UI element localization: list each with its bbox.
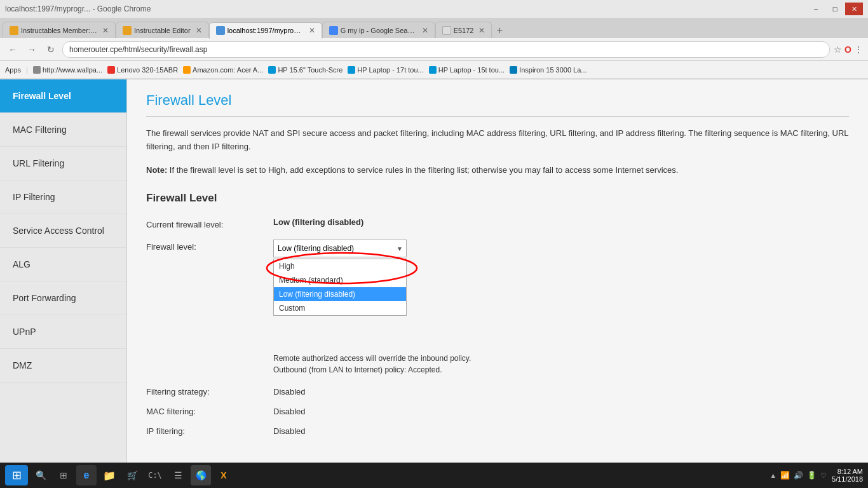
sidebar-item-upnp[interactable]: UPnP bbox=[0, 315, 126, 349]
tab-favicon bbox=[329, 26, 338, 35]
policy-text-block: Remote authorized access will override t… bbox=[273, 354, 471, 374]
bookmark-favicon bbox=[107, 66, 115, 74]
bookmark-lenovo[interactable]: Lenovo 320-15ABR bbox=[107, 66, 178, 74]
refresh-button[interactable]: ↻ bbox=[43, 42, 58, 57]
notification-icon[interactable]: ♡ bbox=[820, 471, 827, 480]
task-view-button[interactable]: ⊞ bbox=[53, 465, 74, 485]
tab-google-search[interactable]: G my ip - Google Search ✕ bbox=[322, 22, 435, 38]
task-view-icon: ⊞ bbox=[60, 470, 67, 480]
network-icon[interactable]: 📶 bbox=[780, 471, 790, 480]
task2-button[interactable]: ☰ bbox=[168, 465, 188, 485]
opera-icon[interactable]: O bbox=[844, 44, 851, 55]
browser-content: Firewall Level MAC Filtering URL Filteri… bbox=[0, 79, 868, 488]
bookmark-favicon bbox=[33, 66, 41, 74]
dropdown-option-medium[interactable]: Medium (standard) bbox=[274, 273, 406, 287]
bookmark-label: Lenovo 320-15ABR bbox=[117, 66, 178, 74]
tray-arrow[interactable]: ▲ bbox=[770, 471, 776, 479]
task2-icon: ☰ bbox=[174, 470, 182, 480]
back-button[interactable]: ← bbox=[5, 42, 20, 57]
sidebar-item-alg[interactable]: ALG bbox=[0, 248, 126, 281]
clock: 8:12 AM 5/11/2018 bbox=[832, 468, 863, 483]
firewall-level-row: Firewall level: High Medium (standard) L… bbox=[146, 240, 849, 374]
address-input[interactable] bbox=[62, 41, 830, 58]
section-title: Firewall Level bbox=[146, 192, 849, 205]
dropdown-option-high[interactable]: High bbox=[274, 259, 406, 273]
battery-icon[interactable]: 🔋 bbox=[807, 471, 817, 480]
sidebar-item-url-filtering[interactable]: URL Filtering bbox=[0, 147, 126, 180]
xampp-icon: X bbox=[220, 470, 226, 480]
bookmark-favicon bbox=[268, 66, 276, 74]
sidebar-item-dmz[interactable]: DMZ bbox=[0, 349, 126, 383]
tab-instructable-editor[interactable]: Instructable Editor ✕ bbox=[116, 22, 209, 38]
address-icons: ☆ O ⋮ bbox=[834, 44, 863, 55]
tab-favicon bbox=[442, 26, 451, 35]
tab-title: localhost:1997/myprogr... bbox=[227, 27, 304, 34]
sidebar-item-label: URL Filtering bbox=[13, 158, 64, 168]
maximize-button[interactable]: □ bbox=[826, 3, 844, 15]
sidebar-item-mac-filtering[interactable]: MAC Filtering bbox=[0, 113, 126, 147]
tab-localhost[interactable]: localhost:1997/myprogr... ✕ bbox=[209, 22, 322, 39]
taskbar-left: ⊞ 🔍 ⊞ e 📁 🛒 C:\ ☰ 🌎 X bbox=[5, 465, 234, 485]
firewall-level-select[interactable]: High Medium (standard) Low (filtering di… bbox=[273, 240, 407, 257]
note-text: Note: If the firewall level is set to Hi… bbox=[146, 164, 849, 177]
ip-filtering-value: Disabled bbox=[273, 426, 306, 436]
close-button[interactable]: ✕ bbox=[845, 3, 863, 15]
bookmark-label: HP Laptop - 17t tou... bbox=[357, 66, 423, 74]
tab-close-icon[interactable]: ✕ bbox=[102, 26, 109, 35]
bookmark-hp3[interactable]: HP Laptop - 15t tou... bbox=[429, 66, 505, 74]
taskbar-right: ▲ 📶 🔊 🔋 ♡ 8:12 AM 5/11/2018 bbox=[770, 468, 863, 483]
firewall-level-label: Firewall level: bbox=[146, 240, 273, 252]
bookmark-hp1[interactable]: HP 15.6" Touch-Scre bbox=[268, 66, 342, 74]
tab-close-icon[interactable]: ✕ bbox=[196, 26, 202, 35]
tab-e5172[interactable]: E5172 ✕ bbox=[435, 22, 492, 38]
sidebar: Firewall Level MAC Filtering URL Filteri… bbox=[0, 79, 127, 488]
title-bar-left: localhost:1997/myprogr... - Google Chrom… bbox=[5, 4, 151, 13]
minimize-button[interactable]: – bbox=[807, 3, 825, 15]
new-tab-button[interactable]: + bbox=[492, 23, 507, 38]
folder-button[interactable]: 📁 bbox=[99, 465, 119, 485]
start-button[interactable]: ⊞ bbox=[5, 465, 28, 485]
bookmark-wallpaper[interactable]: http://www.wallpa... bbox=[33, 66, 102, 74]
filtering-strategy-label: Filtering strategy: bbox=[146, 387, 273, 396]
policy-line2: Outbound (from LAN to Internet) policy: … bbox=[273, 365, 471, 374]
volume-icon[interactable]: 🔊 bbox=[794, 471, 803, 480]
tab-favicon bbox=[123, 26, 132, 35]
note-prefix: Note: bbox=[146, 165, 167, 175]
select-wrapper: High Medium (standard) Low (filtering di… bbox=[273, 240, 407, 257]
tab-bar: Instructables Member: A... ✕ Instructabl… bbox=[0, 18, 868, 38]
bookmark-favicon bbox=[348, 66, 355, 74]
filtering-strategy-value: Disabled bbox=[273, 387, 306, 396]
address-bar: ← → ↻ ☆ O ⋮ bbox=[0, 38, 868, 61]
store-button[interactable]: 🛒 bbox=[122, 465, 142, 485]
xampp-button[interactable]: X bbox=[214, 465, 234, 485]
dropdown-option-custom[interactable]: Custom bbox=[274, 301, 406, 315]
sidebar-item-label: ALG bbox=[13, 259, 31, 269]
sidebar-item-firewall-level[interactable]: Firewall Level bbox=[0, 79, 126, 113]
search-button[interactable]: 🔍 bbox=[31, 465, 51, 485]
sidebar-item-port-forwarding[interactable]: Port Forwarding bbox=[0, 281, 126, 315]
bookmark-amazon[interactable]: Amazon.com: Acer A... bbox=[183, 66, 263, 74]
tab-instructables-member[interactable]: Instructables Member: A... ✕ bbox=[3, 22, 116, 38]
windows-logo-icon: ⊞ bbox=[12, 468, 22, 482]
bookmark-inspiron[interactable]: Inspiron 15 3000 La... bbox=[510, 66, 587, 74]
tab-close-icon[interactable]: ✕ bbox=[309, 26, 315, 35]
bookmark-apps[interactable]: Apps bbox=[5, 66, 21, 74]
bookmark-label: HP 15.6" Touch-Scre bbox=[278, 66, 342, 74]
chrome-button[interactable]: 🌎 bbox=[191, 465, 211, 485]
menu-icon[interactable]: ⋮ bbox=[854, 44, 863, 55]
cmd-button[interactable]: C:\ bbox=[145, 465, 165, 485]
sidebar-item-service-access-control[interactable]: Service Access Control bbox=[0, 214, 126, 248]
taskbar: ⊞ 🔍 ⊞ e 📁 🛒 C:\ ☰ 🌎 X bbox=[0, 463, 868, 488]
forward-button[interactable]: → bbox=[24, 42, 39, 57]
title-bar: localhost:1997/myprogr... - Google Chrom… bbox=[0, 0, 868, 18]
tab-close-icon[interactable]: ✕ bbox=[422, 26, 428, 35]
sidebar-item-ip-filtering[interactable]: IP Filtering bbox=[0, 180, 126, 214]
dropdown-options: High Medium (standard) Low (filtering di… bbox=[273, 259, 407, 316]
tab-close-icon[interactable]: ✕ bbox=[478, 26, 485, 35]
ie-button[interactable]: e bbox=[76, 465, 97, 485]
bookmark-star-icon[interactable]: ☆ bbox=[834, 44, 842, 55]
description-text: The firewall services provide NAT and SP… bbox=[146, 127, 849, 154]
bookmark-label: HP Laptop - 15t tou... bbox=[438, 66, 505, 74]
dropdown-option-low[interactable]: Low (filtering disabled) bbox=[274, 287, 406, 301]
bookmark-hp2[interactable]: HP Laptop - 17t tou... bbox=[348, 66, 423, 74]
